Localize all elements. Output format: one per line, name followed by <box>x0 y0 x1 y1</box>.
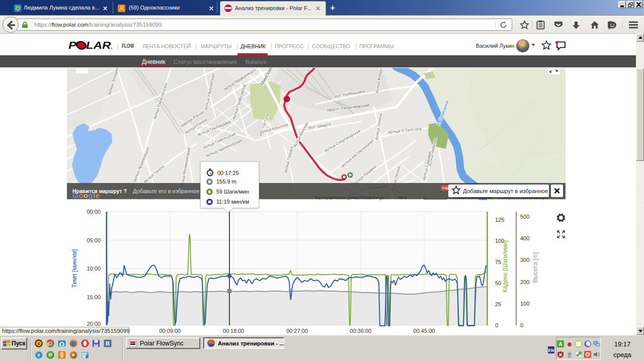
svg-text:0: 0 <box>520 322 523 328</box>
svg-text:Темп [мин/км]: Темп [мин/км] <box>71 249 78 288</box>
svg-text:Добавьте его в избранное: Добавьте его в избранное <box>133 188 200 194</box>
svg-text:25: 25 <box>495 301 501 307</box>
svg-text:Высота [m]: Высота [m] <box>532 252 539 283</box>
svg-text:125: 125 <box>495 217 504 223</box>
svg-text:75: 75 <box>495 259 501 265</box>
svg-text:300: 300 <box>520 257 529 263</box>
svg-text:05:00: 05:00 <box>87 237 101 243</box>
svg-text:400: 400 <box>520 235 529 241</box>
svg-text:100: 100 <box>520 301 529 307</box>
svg-text:Добавьте маршрут в избранное: Добавьте маршрут в избранное <box>463 188 548 194</box>
svg-text:200: 200 <box>520 279 529 285</box>
svg-text:00:27:00: 00:27:00 <box>286 328 308 334</box>
svg-text:10:00: 10:00 <box>87 265 101 272</box>
svg-text:Р46: Р46 <box>442 187 449 190</box>
svg-text:00:36:00: 00:36:00 <box>350 328 371 334</box>
svg-text:e: e <box>37 352 40 358</box>
svg-text:00:18:00: 00:18:00 <box>223 328 245 334</box>
svg-text:15:00: 15:00 <box>87 294 101 300</box>
svg-text:B: B <box>106 340 110 346</box>
svg-text:20:00: 20:00 <box>87 321 101 327</box>
svg-text:Нравится маршрут ?: Нравится маршрут ? <box>72 188 127 194</box>
svg-text:00:00: 00:00 <box>87 209 101 215</box>
svg-text:A: A <box>558 341 562 347</box>
svg-text:0: 0 <box>495 322 498 328</box>
svg-text:Картографические данные © 2016: Картографические данные © 2016 Google <box>315 196 384 200</box>
svg-text:200 м: 200 м <box>397 196 407 200</box>
svg-text:Каденс [Шаги/мин]: Каденс [Шаги/мин] <box>502 240 509 293</box>
svg-text:00:09:00: 00:09:00 <box>159 328 181 334</box>
svg-text:00:45:00: 00:45:00 <box>414 328 435 334</box>
svg-text:50: 50 <box>495 280 501 286</box>
svg-text:500: 500 <box>520 214 529 220</box>
